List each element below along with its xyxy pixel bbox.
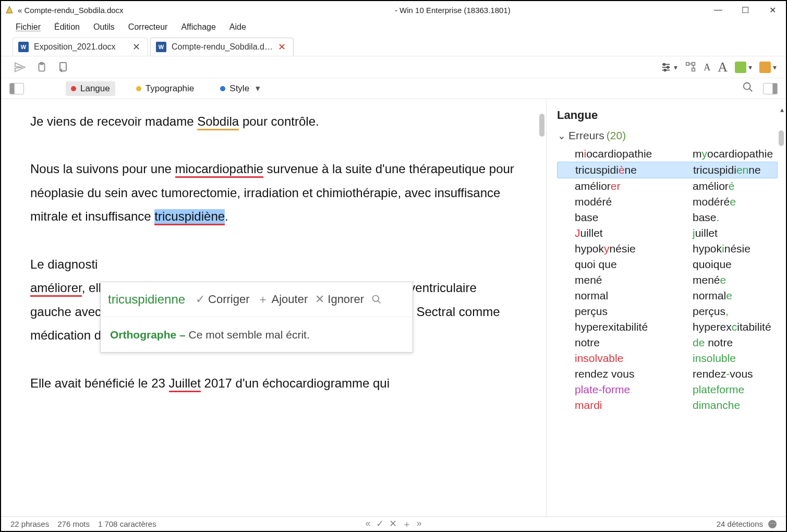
- left-panel-toggle-icon[interactable]: [9, 83, 24, 94]
- error-row[interactable]: amélioreramélioré: [557, 178, 778, 194]
- check-icon: ✓: [196, 288, 205, 310]
- error-row[interactable]: perçusperçus,: [557, 304, 778, 319]
- error-original: perçus: [575, 305, 689, 318]
- menu-aide[interactable]: Aide: [229, 22, 246, 32]
- popup-message: Ce mot semble mal écrit.: [189, 329, 310, 341]
- error-miocardiopathie[interactable]: miocardiopathie: [175, 162, 263, 178]
- error-original: quoi que: [575, 258, 689, 271]
- error-suggestion: de notre: [693, 336, 772, 349]
- clipboard-icon[interactable]: [35, 61, 48, 74]
- app-icon: [5, 6, 14, 14]
- document-scrollbar[interactable]: [537, 99, 546, 516]
- error-row[interactable]: insolvableinsoluble: [557, 350, 778, 366]
- svg-point-13: [744, 83, 750, 90]
- error-original: hypokynésie: [575, 243, 689, 255]
- menu-fichier[interactable]: Fichier: [16, 22, 41, 32]
- correction-popup: tricuspidienne ✓Corriger ＋Ajouter ✕Ignor…: [100, 282, 413, 353]
- errors-panel: ▴ Langue ⌄ Erreurs (20) miocardiopathiem…: [546, 99, 786, 516]
- popup-ajouter-button[interactable]: ＋Ajouter: [257, 288, 308, 310]
- nav-add-icon[interactable]: ＋: [402, 518, 411, 530]
- errors-group-header[interactable]: ⌄ Erreurs (20): [557, 129, 778, 142]
- error-suggestion: hyperexcitabilité: [693, 321, 772, 333]
- error-row[interactable]: hyperexitabilitéhyperexcitabilité: [557, 319, 778, 335]
- error-row[interactable]: normalnormale: [557, 288, 778, 304]
- detections-more-icon[interactable]: ⋯: [768, 520, 777, 528]
- error-row[interactable]: notrede notre: [557, 335, 778, 350]
- nav-reject-icon[interactable]: ✕: [389, 518, 397, 530]
- svg-point-7: [663, 64, 665, 66]
- error-row[interactable]: miocardiopathiemyocardiopathie: [557, 146, 778, 162]
- nav-accept-icon[interactable]: ✓: [376, 518, 384, 530]
- window-maximize[interactable]: ☐: [732, 1, 759, 19]
- error-original: notre: [575, 336, 689, 349]
- scrollbar-thumb[interactable]: [539, 114, 544, 137]
- send-icon[interactable]: [14, 61, 26, 74]
- error-ameliorer[interactable]: améliorer: [30, 281, 82, 297]
- status-mots: 276 mots: [57, 519, 90, 528]
- document-return-icon[interactable]: [57, 61, 70, 74]
- svg-point-8: [667, 66, 669, 68]
- error-row[interactable]: plate-formeplateforme: [557, 382, 778, 397]
- popup-search-button[interactable]: [371, 294, 382, 305]
- tab-exposition[interactable]: W Exposition_2021.docx ✕: [13, 38, 148, 56]
- filter-style[interactable]: Style ▾: [215, 81, 265, 96]
- error-row[interactable]: Juilletjuillet: [557, 225, 778, 241]
- font-size-small-icon[interactable]: A: [704, 62, 710, 73]
- error-suggestion: normale: [693, 289, 772, 302]
- settings-sliders-icon[interactable]: ▾: [660, 62, 677, 73]
- right-panel-toggle-icon[interactable]: [763, 83, 778, 94]
- popup-corriger-button[interactable]: ✓Corriger: [196, 288, 249, 310]
- window-minimize[interactable]: ―: [705, 1, 732, 19]
- error-row[interactable]: tricuspidiènetricuspidienne: [557, 162, 778, 178]
- popup-suggestion[interactable]: tricuspidienne: [108, 287, 185, 311]
- menu-outils[interactable]: Outils: [93, 22, 115, 32]
- hierarchy-icon[interactable]: [685, 61, 696, 74]
- error-tricuspidiene-selected[interactable]: tricuspidiène: [154, 209, 225, 225]
- error-suggestion: tricuspidienne: [693, 164, 772, 176]
- error-row[interactable]: basebase.: [557, 210, 778, 225]
- document-pane[interactable]: Je viens de recevoir madame Sobdila pour…: [1, 99, 546, 516]
- error-suggestion: hypokinésie: [693, 243, 772, 255]
- highlight-orange[interactable]: ▾: [759, 62, 777, 73]
- svg-line-14: [749, 89, 753, 92]
- filter-typographie[interactable]: Typographie: [131, 81, 200, 96]
- font-size-large-icon[interactable]: A: [718, 59, 728, 75]
- tab-label: Exposition_2021.docx: [34, 42, 116, 52]
- error-juillet[interactable]: Juillet: [169, 376, 201, 392]
- error-suggestion: myocardiopathie: [693, 148, 773, 160]
- tab-close-icon[interactable]: ✕: [132, 41, 140, 53]
- titlebar: « Compte-rendu_Sobdila.docx - Win 10 Ent…: [1, 1, 786, 19]
- search-icon[interactable]: [742, 81, 754, 95]
- svg-rect-10: [686, 62, 689, 65]
- highlight-green[interactable]: ▾: [735, 62, 752, 73]
- title-os: - Win 10 Enterprise (18363.1801): [124, 6, 782, 15]
- error-row[interactable]: hypokynésiehypokinésie: [557, 241, 778, 257]
- error-row[interactable]: modérémodérée: [557, 194, 778, 210]
- menu-correcteur[interactable]: Correcteur: [128, 22, 168, 32]
- error-original: plate-forme: [575, 383, 689, 396]
- error-original: mené: [575, 274, 689, 286]
- menubar: Fichier Édition Outils Correcteur Affich…: [1, 19, 786, 35]
- error-original: base: [575, 211, 689, 224]
- window-close[interactable]: ✕: [759, 1, 786, 19]
- popup-ignorer-button[interactable]: ✕Ignorer: [315, 288, 364, 310]
- nav-first-icon[interactable]: «: [365, 518, 370, 530]
- nav-last-icon[interactable]: »: [417, 518, 422, 530]
- error-original: tricuspidiène: [575, 164, 690, 176]
- menu-affichage[interactable]: Affichage: [181, 22, 215, 32]
- paragraph-1: Je viens de recevoir madame Sobdila pour…: [30, 110, 515, 134]
- panel-scrollbar-thumb[interactable]: [779, 130, 784, 146]
- filter-langue[interactable]: Langue: [66, 81, 115, 96]
- error-row[interactable]: menémenée: [557, 272, 778, 288]
- error-row[interactable]: quoi quequoique: [557, 257, 778, 272]
- menu-edition[interactable]: Édition: [54, 22, 80, 32]
- filter-style-label: Style: [229, 83, 249, 94]
- tab-close-icon[interactable]: ✕: [278, 41, 286, 53]
- tab-compte-rendu[interactable]: W Compte-rendu_Sobdila.d… ✕: [150, 38, 294, 56]
- name-sobdila[interactable]: Sobdila: [197, 114, 239, 130]
- chevron-down-icon: ▾: [256, 83, 260, 94]
- error-row[interactable]: rendez vousrendez-vous: [557, 366, 778, 382]
- panel-title: Langue: [557, 108, 778, 122]
- error-row[interactable]: mardidimanche: [557, 397, 778, 413]
- scroll-up-icon[interactable]: ▴: [780, 105, 784, 114]
